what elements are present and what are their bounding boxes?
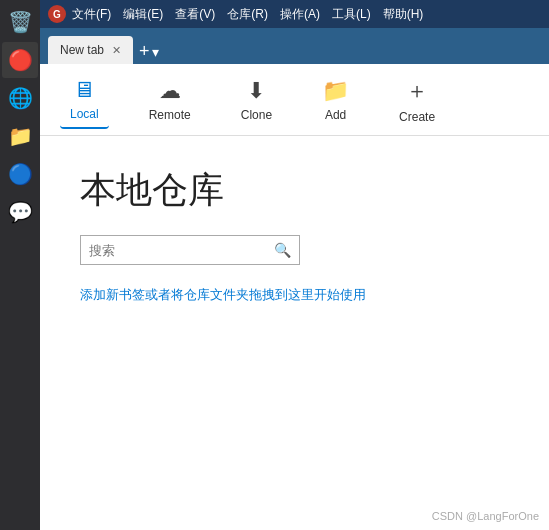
menu-action[interactable]: 操作(A) [280,6,320,23]
menu-view[interactable]: 查看(V) [175,6,215,23]
clone-icon: ⬇ [247,78,265,104]
taskbar-icon-edge[interactable]: 🌐 [2,80,38,116]
create-label: Create [399,110,435,124]
content-area: 本地仓库 🔍 添加新书签或者将仓库文件夹拖拽到这里开始使用 [40,136,549,530]
taskbar-icon-recycle[interactable]: 🗑️ [2,4,38,40]
menu-bar: 文件(F) 编辑(E) 查看(V) 仓库(R) 操作(A) 工具(L) 帮助(H… [72,6,423,23]
menu-help[interactable]: 帮助(H) [383,6,424,23]
local-icon: 🖥 [73,77,95,103]
page-title: 本地仓库 [80,166,509,215]
app-window: G 文件(F) 编辑(E) 查看(V) 仓库(R) 操作(A) 工具(L) 帮助… [40,0,549,530]
add-icon: 📁 [322,78,349,104]
toolbar-add[interactable]: 📁 Add [312,72,359,128]
tab-close-button[interactable]: ✕ [112,44,121,57]
toolbar-local[interactable]: 🖥 Local [60,71,109,129]
app-logo: G [48,5,66,23]
tab-dropdown-arrow[interactable]: ▾ [152,44,159,60]
clone-label: Clone [241,108,272,122]
tab-new[interactable]: New tab ✕ [48,36,133,64]
local-label: Local [70,107,99,121]
tab-add-button[interactable]: + [139,42,150,60]
create-icon: ＋ [406,76,428,106]
taskbar-icon-app[interactable]: 🔴 [2,42,38,78]
add-label: Add [325,108,346,122]
taskbar-icon-folder[interactable]: 📁 [2,118,38,154]
taskbar-icon-chrome[interactable]: 🔵 [2,156,38,192]
menu-edit[interactable]: 编辑(E) [123,6,163,23]
search-box[interactable]: 🔍 [80,235,300,265]
search-input[interactable] [89,243,274,258]
menu-file[interactable]: 文件(F) [72,6,111,23]
search-icon: 🔍 [274,242,291,258]
toolbar-clone[interactable]: ⬇ Clone [231,72,282,128]
toolbar-remote[interactable]: ☁ Remote [139,72,201,128]
toolbar: 🖥 Local ☁ Remote ⬇ Clone 📁 Add ＋ Create [40,64,549,136]
menu-repo[interactable]: 仓库(R) [227,6,268,23]
title-bar: G 文件(F) 编辑(E) 查看(V) 仓库(R) 操作(A) 工具(L) 帮助… [40,0,549,28]
watermark: CSDN @LangForOne [432,510,539,522]
taskbar-icon-msg[interactable]: 💬 [2,194,38,230]
toolbar-create[interactable]: ＋ Create [389,70,445,130]
taskbar: 🗑️ 🔴 🌐 📁 🔵 💬 [0,0,40,530]
menu-tools[interactable]: 工具(L) [332,6,371,23]
remote-icon: ☁ [159,78,181,104]
remote-label: Remote [149,108,191,122]
hint-link[interactable]: 添加新书签或者将仓库文件夹拖拽到这里开始使用 [80,287,366,302]
tab-bar: New tab ✕ + ▾ [40,28,549,64]
tab-label: New tab [60,43,104,57]
